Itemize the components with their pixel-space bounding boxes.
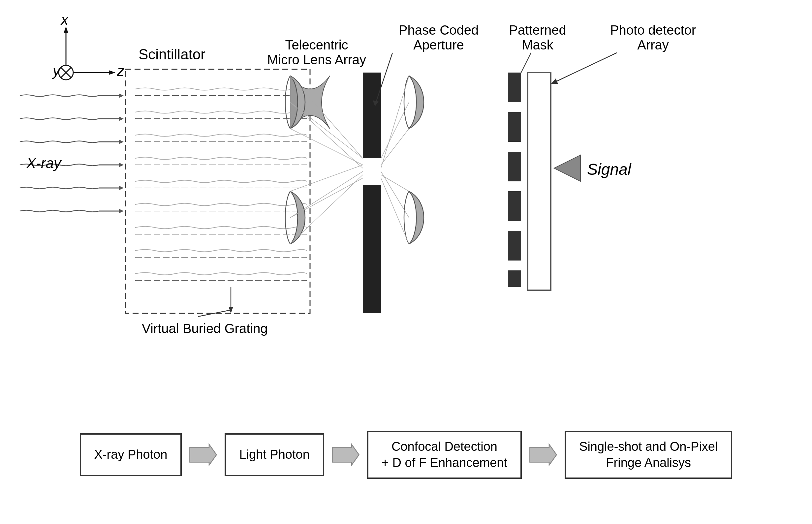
xray-label: X-ray (26, 155, 62, 171)
flow-box-4: Single-shot and On-Pixel Fringe Analisys (565, 431, 732, 479)
x-axis-label: x (60, 12, 69, 28)
z-axis-label: z (117, 63, 125, 79)
aperture-upper (363, 72, 381, 158)
svg-marker-18 (119, 209, 124, 213)
mask-block-5 (508, 231, 521, 261)
svg-marker-16 (119, 186, 124, 190)
flow-box-1-label: X-ray Photon (94, 446, 167, 463)
flow-arrow-1 (188, 443, 218, 466)
pda-label-1: Photo detector (610, 23, 696, 37)
mask-block-3 (508, 152, 521, 181)
svg-line-34 (290, 102, 363, 168)
detector-plate (528, 72, 551, 290)
svg-line-49 (554, 53, 617, 82)
flow-box-2: Light Photon (225, 433, 324, 476)
pca-label-2: Aperture (413, 37, 464, 52)
svg-marker-3 (109, 70, 115, 75)
pda-label-2: Array (637, 37, 669, 52)
pm-label-1: Patterned (509, 23, 566, 37)
aperture-lower (363, 185, 381, 313)
diagram-svg: x y z X-ray (0, 0, 812, 363)
vbg-label: Virtual Buried Grating (142, 321, 268, 336)
svg-marker-14 (119, 163, 124, 167)
svg-line-42 (381, 129, 409, 165)
svg-line-40 (290, 165, 363, 191)
tmla-label-line1: Telecentric (285, 37, 348, 52)
svg-marker-8 (119, 93, 124, 98)
mask-block-6 (508, 271, 521, 287)
flow-box-3-label: Confocal Detection + D of F Enhancement (381, 439, 507, 471)
pca-label-1: Phase Coded (399, 23, 478, 37)
svg-line-33 (290, 102, 363, 158)
scintillator-box (125, 69, 310, 313)
mask-block-4 (508, 191, 521, 221)
svg-marker-50 (551, 79, 558, 84)
pm-label-2: Mask (522, 37, 554, 52)
tmla-label-line2: Micro Lens Array (267, 52, 366, 67)
flow-arrow-3 (529, 443, 558, 466)
flow-arrow-2 (331, 443, 360, 466)
flow-box-4-label: Single-shot and On-Pixel Fringe Analisys (579, 439, 718, 471)
svg-marker-12 (119, 140, 124, 144)
grating-lines (135, 88, 307, 281)
svg-marker-10 (119, 116, 124, 121)
svg-line-35 (290, 129, 363, 165)
scintillator-label: Scintillator (139, 46, 206, 62)
flow-box-3: Confocal Detection + D of F Enhancement (367, 431, 522, 479)
signal-arrow (554, 155, 581, 181)
main-container: x y z X-ray (0, 0, 812, 524)
svg-line-45 (381, 76, 409, 168)
svg-line-37 (290, 171, 363, 218)
svg-line-41 (381, 102, 409, 158)
svg-line-38 (290, 178, 363, 218)
mask-block-1 (508, 72, 521, 102)
y-axis-label: y (52, 63, 61, 79)
flow-diagram: X-ray Photon Light Photon Confocal Detec… (27, 419, 785, 491)
mask-block-2 (508, 112, 521, 142)
signal-label: Signal (587, 161, 632, 178)
flow-box-1: X-ray Photon (80, 433, 182, 476)
svg-line-46 (381, 175, 409, 191)
flow-box-2-label: Light Photon (239, 446, 309, 463)
xray-arrows (20, 93, 124, 213)
